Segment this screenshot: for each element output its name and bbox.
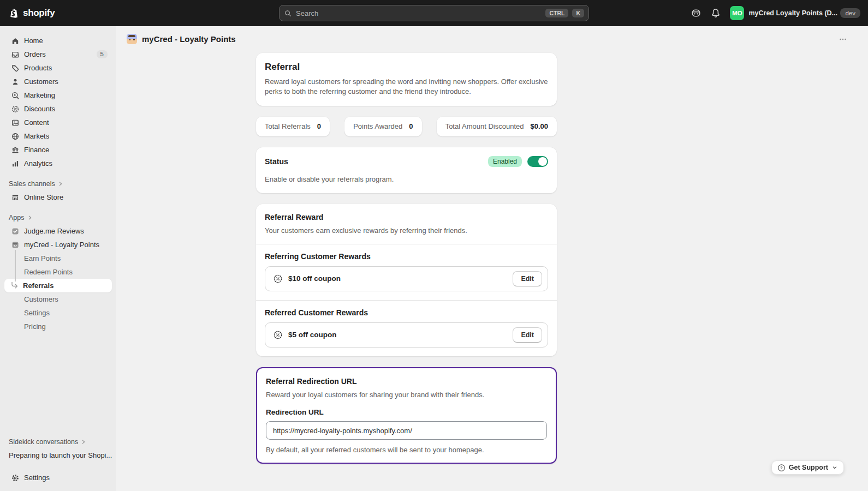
account-menu[interactable]: MO myCred Loyalty Points (D... dev [730, 6, 860, 20]
edit-referred-reward-button[interactable]: Edit [513, 327, 542, 343]
referral-reward-card: Referral Reward Your customers earn excl… [256, 204, 557, 356]
main-content: myCred - Loyalty Points Referral Reward … [116, 26, 868, 491]
home-icon [11, 37, 20, 45]
gear-icon [11, 474, 20, 482]
sidebar-item-settings[interactable]: Settings [4, 471, 112, 484]
coupon-seal-icon [273, 330, 283, 340]
sales-channels-header[interactable]: Sales channels [0, 177, 116, 190]
reward-item-label: $5 off coupon [288, 331, 337, 339]
notifications-bell-icon[interactable] [710, 8, 721, 19]
sidebar-item-finance[interactable]: Finance [4, 143, 112, 157]
ellipsis-icon [839, 35, 847, 44]
stat-points-awarded: Points Awarded 0 [344, 117, 421, 136]
discount-icon [11, 105, 20, 113]
redirect-description: Reward your loyal customers for sharing … [266, 390, 547, 400]
status-badge: Enabled [488, 156, 522, 167]
bar-chart-icon [11, 159, 20, 168]
kbd-k: K [572, 9, 584, 18]
chevron-right-icon [27, 215, 33, 220]
redirect-url-label: Redirection URL [266, 408, 547, 416]
bank-icon [11, 146, 20, 154]
kbd-ctrl: CTRL [545, 9, 568, 18]
content-icon [11, 118, 20, 127]
dev-badge: dev [840, 8, 860, 18]
reward-description: Your customers earn exclusive rewards by… [265, 226, 548, 236]
reward-heading: Referral Reward [265, 213, 548, 221]
apps-header[interactable]: Apps [0, 211, 116, 224]
redirect-heading: Referral Redirection URL [266, 377, 547, 386]
sidebar-item-mycred[interactable]: myCred - Loyalty Points [4, 238, 112, 252]
sidekick-conversations-header[interactable]: Sidekick conversations [0, 435, 116, 448]
referral-stats-row: Total Referrals 0 Points Awarded 0 Total… [256, 117, 557, 136]
sidebar-subitem-settings[interactable]: Settings [4, 306, 112, 320]
sidebar-item-marketing[interactable]: Marketing [4, 88, 112, 102]
nav-connector-line [15, 250, 16, 282]
person-icon [11, 77, 20, 86]
get-support-button[interactable]: ? Get Support [771, 460, 844, 475]
sidebar-subitem-pricing[interactable]: Pricing [4, 320, 112, 333]
page-title: myCred - Loyalty Points [142, 34, 236, 44]
sidebar-item-markets[interactable]: Markets [4, 129, 112, 143]
sidebar-subitem-earn-points[interactable]: Earn Points [4, 252, 112, 265]
edit-referring-reward-button[interactable]: Edit [513, 271, 542, 286]
store-name: myCred Loyalty Points (D... [748, 9, 836, 17]
shopify-bag-icon [9, 8, 20, 19]
marketing-icon [11, 91, 20, 100]
reward-item-label: $10 off coupon [288, 274, 341, 283]
chevron-right-icon [58, 181, 63, 187]
shopify-logo[interactable]: shopify [9, 8, 55, 19]
orders-count-badge: 5 [97, 50, 108, 59]
sidekick-icon[interactable] [691, 8, 701, 19]
search-input[interactable] [296, 9, 542, 17]
reward-row-referred: $5 off coupon Edit [265, 322, 548, 348]
tag-icon [11, 64, 20, 73]
orders-icon [11, 50, 20, 59]
sidebar-item-products[interactable]: Products [4, 61, 112, 75]
redirect-url-input[interactable] [266, 421, 547, 440]
referral-heading: Referral [265, 62, 548, 73]
mycred-app-icon [11, 241, 20, 249]
stat-total-referrals: Total Referrals 0 [256, 117, 330, 136]
global-search[interactable]: CTRL K [279, 5, 589, 21]
sidebar-item-analytics[interactable]: Analytics [4, 157, 112, 170]
sidebar-item-orders[interactable]: Orders 5 [4, 47, 112, 61]
sidebar-item-discounts[interactable]: Discounts [4, 102, 112, 116]
more-actions-button[interactable] [836, 33, 849, 46]
svg-text:?: ? [780, 465, 783, 470]
judgeme-app-icon [11, 227, 20, 236]
sidebar-item-judgeme[interactable]: Judge.me Reviews [4, 224, 112, 238]
redirect-note: By default, all your referred customers … [266, 446, 547, 454]
redirection-url-card: Referral Redirection URL Reward your loy… [256, 367, 557, 464]
sidekick-conversation-item[interactable]: Preparing to launch your Shopi... [0, 448, 116, 462]
storefront-icon [11, 193, 20, 202]
page-header: myCred - Loyalty Points [116, 26, 868, 52]
topbar: shopify CTRL K MO myCred Loyalty Points … [0, 0, 868, 26]
coupon-seal-icon [273, 274, 283, 284]
status-description: Enable or disable your referrals program… [265, 175, 548, 184]
branch-arrow-icon [11, 282, 19, 290]
sidebar-item-home[interactable]: Home [4, 34, 112, 47]
divider [256, 300, 557, 301]
mycred-page-icon [127, 34, 137, 44]
status-card: Status Enabled Enable or disable your re… [256, 147, 557, 193]
avatar: MO [730, 6, 744, 20]
status-toggle[interactable] [527, 156, 548, 167]
divider [256, 244, 557, 244]
sidebar-item-content[interactable]: Content [4, 116, 112, 129]
globe-icon [11, 132, 20, 141]
status-heading: Status [265, 157, 288, 166]
help-icon: ? [777, 464, 786, 472]
sidebar-item-customers[interactable]: Customers [4, 75, 112, 88]
referring-rewards-title: Referring Customer Rewards [265, 252, 548, 261]
chevron-down-icon [831, 464, 838, 471]
sidebar-subitem-redeem-points[interactable]: Redeem Points [4, 265, 112, 279]
stat-total-amount-discounted: Total Amount Discounted $0.00 [437, 117, 557, 136]
sidebar-subitem-customers[interactable]: Customers [4, 292, 112, 306]
sidebar: Home Orders 5 Products Customers Marketi… [0, 26, 116, 491]
sidebar-item-online-store[interactable]: Online Store [4, 190, 112, 204]
chevron-right-icon [81, 439, 86, 445]
reward-row-referring: $10 off coupon Edit [265, 266, 548, 291]
referral-intro-card: Referral Reward loyal customers for spre… [256, 53, 557, 106]
logo-wordmark: shopify [23, 8, 55, 19]
sidebar-subitem-referrals-selected[interactable]: Referrals [4, 279, 112, 292]
